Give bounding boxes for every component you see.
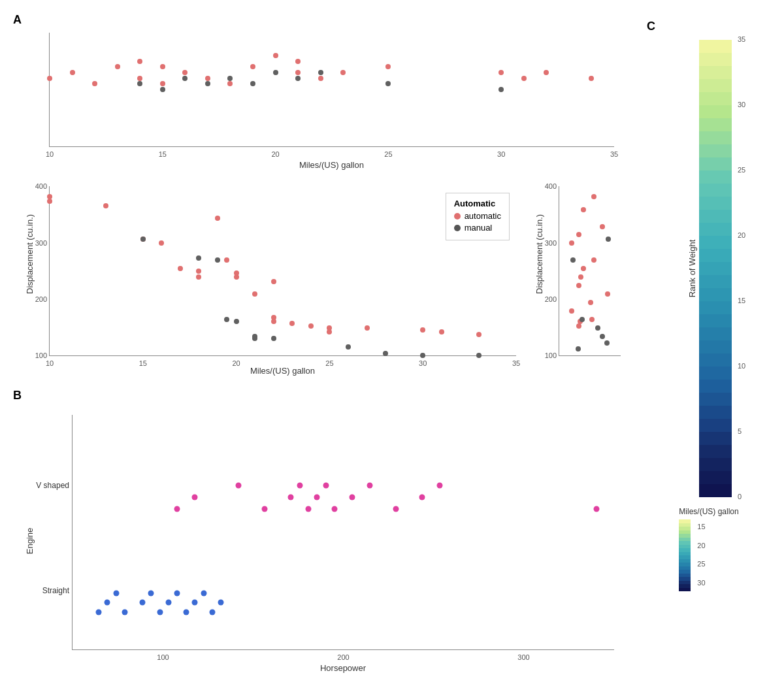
x-tick-100-b: 100	[157, 653, 169, 661]
scatter-dot	[140, 237, 146, 242]
scatter-dot	[295, 70, 301, 75]
scatter-dot	[215, 216, 220, 221]
heatmap-cell	[699, 131, 732, 144]
scatter-dot	[159, 240, 164, 246]
scatter-dot	[306, 506, 312, 512]
heatmap-cell	[699, 79, 732, 92]
y-tick-200: 200	[35, 295, 47, 303]
heatmap-cell	[699, 393, 732, 406]
scatter-dot	[327, 329, 332, 335]
scatter-dot	[271, 336, 276, 341]
heatmap-tick-label: 15	[738, 297, 745, 304]
scatter-dot	[139, 600, 145, 606]
legend-manual-dot	[454, 225, 461, 231]
scatter-dot	[227, 81, 233, 86]
scatter-dot	[308, 323, 314, 329]
scatter-dot	[174, 590, 180, 596]
y-tick-300: 300	[35, 239, 47, 247]
heatmap-cell	[699, 340, 732, 353]
legend-box: Automatic automatic manual	[446, 193, 510, 240]
scatter-dot	[252, 291, 257, 297]
color-legend-ticks: 30252015	[694, 519, 714, 591]
scatter-dot	[419, 494, 425, 500]
scatter-dot	[209, 609, 215, 615]
chart-a-main: 100 200 300 400 10 15 20 25 30 35 Automa…	[49, 186, 516, 356]
scatter-dot	[393, 506, 399, 512]
heatmap-cell	[699, 314, 732, 327]
color-legend-tick: 25	[697, 560, 705, 568]
x-tick-30-top: 30	[497, 150, 505, 158]
color-legend-bar	[679, 519, 691, 591]
scatter-dot	[201, 590, 206, 596]
scatter-dot	[289, 321, 295, 326]
scatter-dot	[273, 53, 278, 58]
scatter-dot	[252, 336, 257, 341]
scatter-dot	[295, 59, 301, 64]
scatter-dot	[92, 81, 97, 86]
scatter-dot	[385, 64, 391, 69]
scatter-dot	[47, 199, 52, 204]
legend-auto-item: automatic	[454, 211, 501, 221]
heatmap-cell	[699, 406, 732, 419]
scatter-dot	[160, 81, 165, 86]
x-axis-label-a-main: Miles/(US) gallon	[49, 366, 516, 376]
scatter-dot	[521, 76, 527, 81]
scatter-dot	[594, 506, 600, 512]
y-tick-side-200: 200	[545, 295, 557, 303]
heatmap-cell	[699, 223, 732, 236]
scatter-dot	[297, 482, 302, 488]
scatter-dot	[192, 494, 198, 500]
y-tick-side-400: 400	[545, 182, 557, 190]
scatter-dot	[544, 70, 549, 75]
scatter-dot	[47, 76, 52, 81]
heatmap-cell	[699, 144, 732, 157]
heatmap-cell	[699, 367, 732, 380]
heatmap-cell	[699, 171, 732, 184]
chart-b: V shaped Straight 100 200 300	[72, 415, 614, 650]
y-tick-side-300: 300	[545, 239, 557, 247]
heatmap-tick-label: 5	[738, 427, 742, 435]
scatter-dot	[137, 59, 142, 64]
scatter-dot	[137, 81, 142, 86]
scatter-dot	[250, 64, 255, 69]
scatter-dot	[385, 81, 391, 86]
heatmap-cell	[699, 184, 732, 197]
scatter-dot	[436, 482, 442, 488]
scatter-dot	[218, 600, 224, 606]
heatmap-cell	[699, 105, 732, 118]
scatter-dot	[273, 70, 278, 75]
scatter-dot	[576, 232, 581, 237]
x-tick-300-b: 300	[517, 653, 529, 661]
scatter-dot	[115, 64, 120, 69]
scatter-dot	[569, 240, 574, 246]
section-a-label: A	[13, 13, 22, 27]
scatter-dot	[262, 506, 268, 512]
color-legend-tick: 15	[697, 523, 705, 531]
scatter-dot	[576, 283, 581, 288]
scatter-dot	[196, 255, 201, 261]
scatter-dot	[349, 494, 355, 500]
scatter-dot	[318, 70, 323, 75]
y-tick-100: 100	[35, 351, 47, 359]
scatter-dot	[205, 76, 210, 81]
scatter-dot	[271, 315, 276, 320]
scatter-dot	[166, 600, 172, 606]
heatmap-cell	[699, 445, 732, 458]
section-b-label: B	[13, 389, 22, 402]
scatter-dot	[581, 207, 586, 212]
heatmap-cell	[699, 53, 732, 66]
heatmap-bar	[699, 40, 732, 497]
heatmap-cell	[699, 288, 732, 301]
heatmap-cell	[699, 157, 732, 171]
scatter-dot	[578, 274, 583, 280]
cat-straight-label: Straight	[42, 586, 69, 595]
scatter-dot	[295, 76, 301, 81]
scatter-dot	[234, 274, 239, 280]
heatmap-tick-label: 30	[738, 101, 745, 108]
scatter-dot	[271, 279, 276, 284]
scatter-dot	[383, 351, 388, 356]
scatter-dot	[498, 87, 504, 92]
scatter-dot	[314, 494, 320, 500]
heatmap-cell	[699, 327, 732, 340]
heatmap-tick-label: 10	[738, 362, 745, 370]
